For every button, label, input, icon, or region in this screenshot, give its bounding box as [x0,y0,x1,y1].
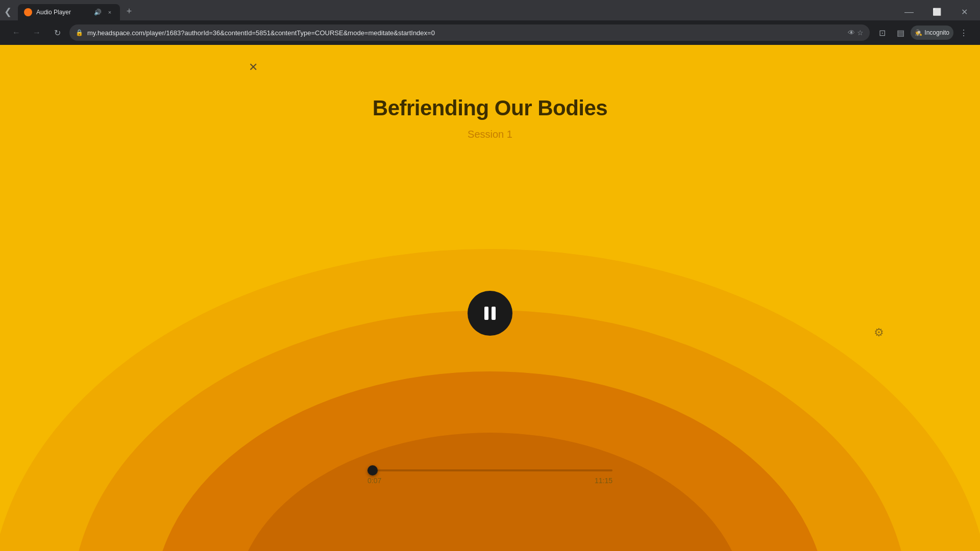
chrome-menu-button[interactable]: ⊡ [874,24,890,41]
tab-list-chevron[interactable]: ❮ [4,6,12,17]
tab-close-button[interactable]: × [106,8,114,16]
refresh-button[interactable]: ↻ [49,24,65,41]
forward-button[interactable]: → [29,24,45,41]
forward-icon: → [33,28,41,37]
incognito-icon: 🕵 [915,29,922,36]
address-bar[interactable]: 🔒 my.headspace.com/player/1683?authorId=… [69,24,870,41]
close-icon: ✕ [249,61,258,74]
svg-point-2 [153,371,827,551]
window-minimize-button[interactable]: — [897,5,921,18]
settings-button[interactable]: ⚙ [870,323,888,342]
settings-gear-icon: ⚙ [874,326,884,339]
eye-slash-icon: 👁 [848,29,855,37]
pause-button[interactable] [468,291,512,336]
nav-extras: ⊡ ▤ 🕵 Incognito ⋮ [874,24,972,41]
progress-track[interactable] [368,469,612,471]
tab-title: Audio Player [36,9,90,16]
svg-point-1 [71,310,909,551]
title-section: Befriending Our Bodies Session 1 [0,96,980,140]
sidebar-icon: ▤ [897,28,904,38]
pause-icon [484,307,496,320]
window-maximize-button[interactable]: ⬜ [925,5,948,18]
total-time: 11:15 [595,477,612,485]
tab-audio-icon: 🔊 [94,9,102,16]
incognito-badge: 🕵 Incognito [911,26,953,40]
refresh-icon: ↻ [54,28,61,38]
current-time: 0:07 [368,477,381,485]
new-tab-button[interactable]: + [122,4,136,18]
session-label: Session 1 [0,129,980,140]
pause-bar-left [484,307,488,320]
incognito-label: Incognito [924,29,949,36]
address-bar-icons: 👁 ☆ [848,29,864,37]
active-tab[interactable]: Audio Player 🔊 × [18,4,120,20]
more-options-button[interactable]: ⋮ [955,24,972,41]
nav-bar: ← → ↻ 🔒 my.headspace.com/player/1683?aut… [0,20,980,45]
browser-chrome: ❮ Audio Player 🔊 × + — ⬜ ✕ ← → ↻ [0,0,980,45]
track-title: Befriending Our Bodies [0,96,980,120]
player-container: ✕ Befriending Our Bodies Session 1 ⚙ 0:0… [0,45,980,551]
back-button[interactable]: ← [8,24,24,41]
close-player-button[interactable]: ✕ [245,59,261,76]
svg-point-3 [235,433,745,551]
pause-bar-right [492,307,496,320]
back-icon: ← [12,28,20,37]
tab-favicon [24,8,32,16]
sidebar-button[interactable]: ▤ [892,24,909,41]
chrome-tab-icon: ⊡ [879,28,886,38]
progress-area: 0:07 11:15 [368,469,612,485]
security-lock-icon: 🔒 [76,29,83,36]
url-text: my.headspace.com/player/1683?authorId=36… [87,29,844,37]
more-dots-icon: ⋮ [960,28,968,38]
time-labels: 0:07 11:15 [368,477,612,485]
progress-thumb[interactable] [368,465,378,475]
tab-bar: ❮ Audio Player 🔊 × + — ⬜ ✕ [0,0,980,20]
window-close-button[interactable]: ✕ [952,5,976,18]
bookmark-icon: ☆ [857,29,864,37]
